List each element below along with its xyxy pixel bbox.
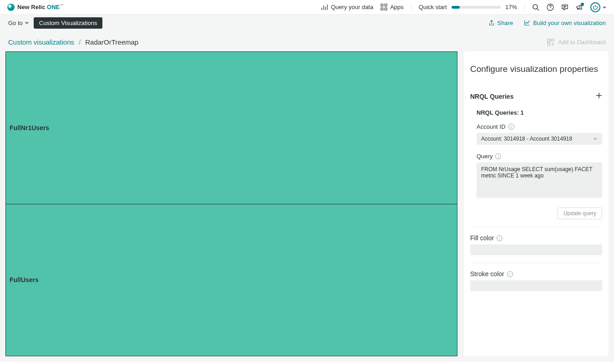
svg-rect-0: [381, 4, 383, 6]
svg-rect-8: [551, 39, 554, 41]
logo[interactable]: New Relic ONE™: [7, 4, 63, 11]
chart-icon: [524, 20, 530, 26]
query-textarea[interactable]: [477, 162, 602, 198]
context-pill[interactable]: Custom Visualizations: [34, 17, 103, 29]
info-icon[interactable]: i: [508, 124, 514, 130]
svg-point-4: [533, 5, 538, 9]
fill-color-input[interactable]: [470, 244, 602, 255]
progress-bar: [452, 6, 501, 9]
info-icon[interactable]: i: [507, 271, 513, 277]
plus-icon: [596, 92, 602, 99]
query-field: Query i: [470, 153, 602, 199]
visualization-canvas: FullNr1Users FullUsers: [5, 51, 457, 356]
account-label: Account ID i: [477, 123, 602, 130]
quick-start[interactable]: Quick start 17%: [419, 4, 517, 10]
svg-rect-6: [548, 39, 550, 42]
apps-link[interactable]: Apps: [381, 4, 404, 10]
stroke-color-label: Stroke color i: [470, 270, 602, 278]
announcements-button[interactable]: [576, 4, 583, 11]
query-label: Query i: [477, 153, 602, 160]
update-query-button[interactable]: Update query: [558, 207, 602, 219]
config-title: Configure visualization properties: [470, 64, 602, 74]
dashboard-add-icon: [547, 39, 554, 46]
stroke-color-section: Stroke color i: [470, 270, 602, 291]
apps-grid-icon: [381, 4, 387, 10]
svg-rect-2: [381, 8, 383, 10]
breadcrumb: Custom visualizations / RadarOrTreemap: [8, 38, 138, 46]
header-right: Query your data Apps Quick start 17%: [321, 2, 607, 12]
bar-chart-icon: [321, 4, 328, 11]
breadcrumb-separator: /: [79, 38, 81, 46]
avatar: [590, 2, 600, 12]
goto-dropdown[interactable]: Go to: [8, 20, 29, 26]
info-icon[interactable]: i: [495, 153, 501, 159]
top-header: New Relic ONE™ Query your data Apps Quic…: [0, 0, 614, 15]
breadcrumb-current: RadarOrTreemap: [85, 38, 138, 46]
svg-rect-1: [385, 4, 387, 6]
help-icon: [547, 4, 554, 11]
chevron-down-icon: [25, 20, 29, 25]
nrql-section-header: NRQL Queries: [470, 92, 602, 100]
add-to-dashboard-button[interactable]: Add to Dashboard: [547, 39, 606, 46]
progress-percent: 17%: [505, 4, 517, 10]
divider: [470, 263, 602, 263]
account-field: Account ID i Account: 3014918 - Account …: [470, 123, 602, 145]
add-query-button[interactable]: [596, 92, 602, 100]
help-button[interactable]: [547, 4, 554, 11]
main-content: FullNr1Users FullUsers Configure visuali…: [0, 51, 614, 362]
logo-icon: [7, 4, 15, 11]
share-icon: [488, 20, 495, 26]
svg-rect-7: [548, 43, 550, 46]
divider: [470, 227, 602, 227]
fill-color-section: Fill color i: [470, 234, 602, 255]
breadcrumb-row: Custom visualizations / RadarOrTreemap A…: [0, 31, 614, 51]
feedback-button[interactable]: [561, 4, 568, 11]
chevron-down-icon: [593, 136, 598, 141]
account-select[interactable]: Account: 3014918 - Account 3014918: [477, 133, 602, 145]
power-icon: [593, 5, 598, 10]
info-icon[interactable]: i: [497, 235, 502, 241]
action-bar: Go to Custom Visualizations Share Build …: [0, 15, 614, 31]
treemap-cell[interactable]: FullUsers: [6, 204, 457, 356]
search-button[interactable]: [532, 4, 539, 11]
query-data-link[interactable]: Query your data: [321, 4, 373, 11]
treemap-cell-label: FullNr1Users: [10, 124, 49, 131]
config-panel: Configure visualization properties NRQL …: [464, 51, 609, 356]
divider: [411, 3, 411, 11]
breadcrumb-parent[interactable]: Custom visualizations: [8, 38, 74, 46]
chat-icon: [561, 4, 568, 11]
share-button[interactable]: Share: [488, 20, 513, 26]
logo-text: New Relic ONE™: [17, 4, 63, 10]
fill-color-label: Fill color i: [470, 234, 602, 242]
chevron-down-icon: [602, 5, 607, 10]
svg-rect-3: [385, 8, 387, 10]
search-icon: [532, 4, 539, 11]
treemap-cell[interactable]: FullNr1Users: [6, 52, 457, 204]
treemap-cell-label: FullUsers: [10, 276, 39, 283]
stroke-color-input[interactable]: [470, 280, 602, 291]
build-viz-button[interactable]: Build your own visualization: [524, 20, 606, 26]
notification-dot: [581, 3, 584, 6]
user-menu[interactable]: [590, 2, 607, 12]
divider: [524, 3, 525, 11]
nrql-count-label: NRQL Queries: 1: [470, 109, 602, 116]
